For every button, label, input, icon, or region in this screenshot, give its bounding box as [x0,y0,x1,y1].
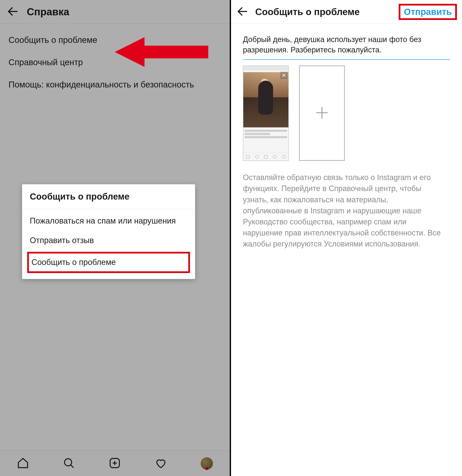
report-problem-dialog: Сообщить о проблеме Пожаловаться на спам… [22,184,195,279]
dialog-item-spam[interactable]: Пожаловаться на спам или нарушения [22,211,195,231]
submit-button[interactable]: Отправить [399,4,457,20]
feedback-hint-text: Оставляйте обратную связь только о Insta… [243,172,443,249]
profile-avatar[interactable] [200,457,213,470]
search-icon[interactable] [63,457,75,470]
dialog-item-feedback[interactable]: Отправить отзыв [22,231,195,250]
dialog-title: Сообщить о проблеме [22,184,195,209]
attachments-row: ✕ [243,65,450,161]
header: Сообщить о проблеме Отправить [231,0,462,24]
activity-heart-icon[interactable] [155,457,167,470]
page-title: Справка [27,6,69,18]
back-arrow-icon[interactable] [236,5,249,19]
add-attachment-button[interactable] [299,65,345,161]
plus-icon [314,105,330,121]
remove-attachment-icon[interactable]: ✕ [280,72,288,79]
help-screen: Справка Сообщить о проблеме Справочный ц… [0,0,231,476]
back-arrow-icon[interactable] [6,5,19,19]
page-title: Сообщить о проблеме [255,7,392,17]
bottom-nav [0,450,230,476]
menu-item-privacy-security[interactable]: Помощь: конфиденциальность и безопасност… [0,73,208,96]
svg-line-3 [71,465,74,468]
dialog-item-report-problem[interactable]: Сообщить о проблеме [27,252,190,273]
annotation-arrow-icon [115,37,208,68]
add-post-icon[interactable] [109,457,121,470]
home-icon[interactable] [17,457,29,470]
svg-point-2 [65,459,72,466]
svg-marker-1 [115,37,208,67]
report-text-input[interactable]: Добрый день, девушка использует наши фот… [243,34,450,60]
header: Справка [0,0,230,24]
attachment-thumbnail[interactable]: ✕ [243,65,289,161]
report-problem-screen: Сообщить о проблеме Отправить Добрый ден… [231,0,462,476]
